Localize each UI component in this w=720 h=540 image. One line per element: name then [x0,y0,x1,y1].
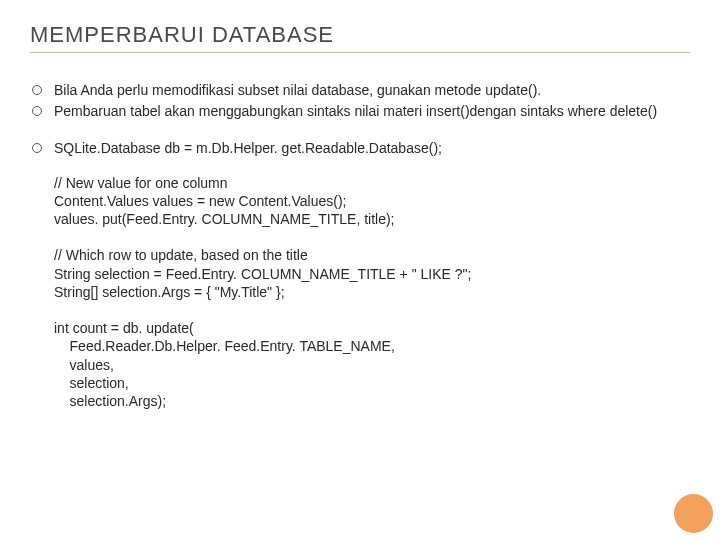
bullet-item: Bila Anda perlu memodifikasi subset nila… [30,81,690,100]
slide: MEMPERBARUI DATABASE Bila Anda perlu mem… [0,0,720,540]
code-lead: SQLite.Database db = m.Db.Helper. get.Re… [30,139,690,158]
title-rule [30,52,690,53]
slide-title: MEMPERBARUI DATABASE [30,22,690,48]
decorative-corner [671,491,716,536]
bullet-list: Bila Anda perlu memodifikasi subset nila… [30,81,690,121]
bullet-item: Pembaruan tabel akan menggabungkan sinta… [30,102,690,121]
code-block: // New value for one column Content.Valu… [30,174,690,410]
code-lead-list: SQLite.Database db = m.Db.Helper. get.Re… [30,139,690,158]
